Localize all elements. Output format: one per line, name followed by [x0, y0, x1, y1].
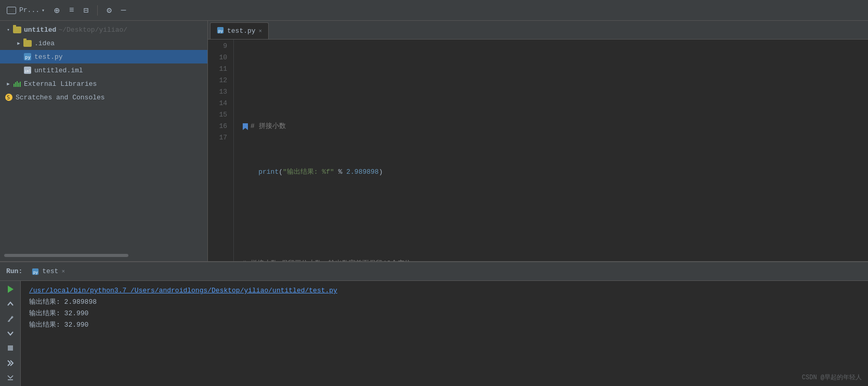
project-dropdown[interactable]: Pr... ▾ — [4, 5, 47, 16]
wrench-icon — [7, 315, 14, 323]
main-toolbar: Pr... ▾ ⊕ ≡ ⊟ ⚙ — — [0, 0, 868, 21]
svg-rect-7 — [18, 83, 19, 87]
testpy-label: test.py — [34, 53, 63, 61]
list-icon: ≡ — [69, 6, 74, 15]
svg-marker-15 — [8, 286, 14, 293]
scroll-up-button[interactable] — [4, 300, 17, 308]
tree-item-ext-libs[interactable]: ▶ External Libraries — [0, 77, 207, 91]
tab-filename: test.py — [227, 27, 256, 35]
code-line-9 — [242, 75, 868, 86]
main-area: ▾ untitled ~/Desktop/yiliao/ ▶ .idea — [0, 21, 868, 261]
code-line-12 — [242, 212, 868, 224]
scratches-label: Scratches and Consoles — [16, 94, 105, 101]
ext-libs-icon — [12, 79, 22, 88]
ext-libs-label: External Libraries — [24, 80, 97, 88]
iml-label: untitled.iml — [34, 67, 83, 74]
file-tree: ▾ untitled ~/Desktop/yiliao/ ▶ .idea — [0, 21, 207, 250]
project-path: ~/Desktop/yiliao/ — [58, 26, 127, 34]
code-content: # 拼接小数 print("输出结果: %f" % 2.989898) # 拼接… — [234, 40, 868, 261]
idea-expand-arrow: ▶ — [15, 39, 23, 47]
code-editor[interactable]: 9 10 11 12 13 14 15 16 17 # 拼接小数 — [208, 40, 868, 261]
run-output: /usr/local/bin/python3.7 /Users/androidl… — [21, 281, 868, 386]
play-icon — [6, 285, 15, 293]
import-icon — [7, 374, 14, 381]
run-tab-name: test — [42, 267, 58, 275]
svg-text:py: py — [25, 55, 31, 60]
iml-file-icon: iml — [23, 66, 32, 75]
scroll-end-button[interactable] — [4, 358, 17, 367]
run-tab-close[interactable]: × — [61, 268, 65, 275]
run-cmd-line: /usr/local/bin/python3.7 /Users/androidl… — [29, 285, 860, 297]
run-tab-test[interactable]: py test × — [29, 266, 68, 277]
svg-rect-8 — [20, 82, 21, 87]
idea-folder-icon — [23, 38, 32, 48]
list2-icon: ⊟ — [84, 5, 89, 16]
toolbar-divider — [97, 5, 98, 16]
run-label: Run: — [6, 267, 22, 275]
bottom-panel: Run: py test × — [0, 261, 868, 386]
settings-button[interactable]: ⚙ — [104, 4, 114, 17]
bookmark-icon — [242, 123, 248, 131]
expand-arrow: ▾ — [4, 25, 12, 34]
down-arrow-icon — [7, 330, 14, 337]
sidebar-scrollbar-thumb[interactable] — [4, 254, 128, 257]
svg-text:iml: iml — [24, 69, 31, 73]
line-numbers: 9 10 11 12 13 14 15 16 17 — [208, 40, 234, 261]
tree-item-scratches[interactable]: S Scratches and Consoles — [0, 91, 207, 104]
run-output-line-2: 输出结果: 32.990 — [29, 308, 860, 319]
tab-close-button[interactable]: × — [259, 28, 262, 34]
svg-rect-6 — [17, 81, 18, 87]
tree-item-idea[interactable]: ▶ .idea — [0, 36, 207, 50]
run-cmd-link[interactable]: /usr/local/bin/python3.7 /Users/androidl… — [29, 287, 337, 294]
watermark: CSDN @早起的年轻人 — [802, 373, 862, 382]
run-output-line-3: 输出结果: 32.990 — [29, 319, 860, 331]
folder-icon — [12, 25, 22, 34]
scroll-down-button[interactable] — [4, 329, 17, 338]
tree-item-testpy[interactable]: py test.py — [0, 50, 207, 63]
run-tab-icon: py — [32, 268, 39, 275]
scroll-end-icon — [7, 359, 14, 367]
tree-item-project[interactable]: ▾ untitled ~/Desktop/yiliao/ — [0, 23, 207, 36]
stop-icon — [7, 344, 14, 352]
dropdown-arrow: ▾ — [42, 7, 45, 14]
list-button[interactable]: ≡ — [67, 4, 77, 17]
svg-rect-5 — [15, 82, 16, 87]
list2-button[interactable]: ⊟ — [81, 4, 91, 17]
idea-label: .idea — [34, 40, 55, 47]
svg-text:py: py — [33, 269, 38, 274]
gear-icon: ⚙ — [107, 5, 112, 16]
tab-testpy[interactable]: py test.py × — [210, 22, 269, 39]
sidebar-scroll — [0, 250, 207, 261]
add-button[interactable]: ⊕ — [51, 3, 62, 18]
up-arrow-icon — [7, 300, 14, 307]
tab-py-icon: py — [217, 27, 224, 36]
svg-rect-17 — [8, 345, 13, 351]
run-output-line-1: 输出结果: 2.989898 — [29, 297, 860, 308]
sidebar: ▾ untitled ~/Desktop/yiliao/ ▶ .idea — [0, 21, 208, 261]
svg-text:py: py — [218, 28, 223, 33]
add-icon: ⊕ — [54, 5, 60, 16]
python-file-icon: py — [23, 52, 32, 61]
run-play-button[interactable] — [4, 285, 17, 293]
code-line-11: print("输出结果: %f" % 2.989898) — [242, 166, 868, 178]
editor-area: py test.py × 9 10 11 12 13 14 15 16 17 — [208, 21, 868, 261]
minus-icon: — — [121, 6, 126, 15]
svg-text:S: S — [7, 95, 10, 100]
stop-button[interactable] — [4, 344, 17, 352]
run-panel: /usr/local/bin/python3.7 /Users/androidl… — [0, 281, 868, 386]
code-line-10: # 拼接小数 — [242, 121, 868, 132]
editor-tab-bar: py test.py × — [208, 21, 868, 40]
minimize-button[interactable]: — — [119, 4, 129, 17]
settings-run-button[interactable] — [4, 315, 17, 323]
scratches-icon: S — [4, 93, 14, 102]
ext-expand-arrow: ▶ — [4, 80, 12, 88]
import-button[interactable] — [4, 374, 17, 382]
svg-rect-4 — [14, 84, 15, 87]
run-tab-bar: Run: py test × — [0, 262, 868, 281]
project-label: Pr... — [19, 6, 40, 14]
run-side-toolbar — [0, 281, 21, 386]
tree-item-iml[interactable]: iml untitled.iml — [0, 63, 207, 77]
project-name: untitled — [24, 26, 56, 34]
